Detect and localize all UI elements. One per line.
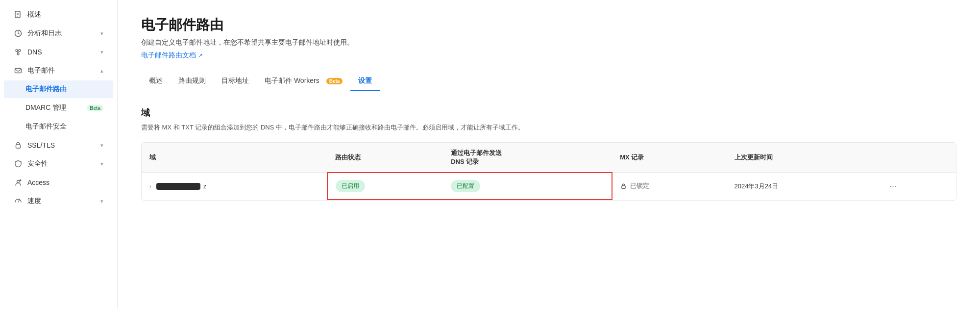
page-description: 创建自定义电子邮件地址，在您不希望共享主要电子邮件地址时使用。 [141,38,956,47]
shield-icon [14,159,23,168]
tab-destinations[interactable]: 目标地址 [214,72,257,91]
chevron-right-icon: › [149,183,151,190]
access-icon [14,178,23,187]
col-dns-records: 通过电子邮件发送DNS 记录 [443,143,612,173]
cell-last-updated: 2024年3月24日 [727,173,878,200]
sidebar-item-analytics[interactable]: 分析和日志 ▾ [4,25,113,42]
sidebar-item-access[interactable]: Access [4,174,113,191]
sidebar-item-dmarc[interactable]: DMARC 管理 Beta [4,99,113,117]
cell-mx-records: 已锁定 [612,173,726,200]
sidebar-item-email[interactable]: 电子邮件 ▴ [4,62,113,79]
chart-icon [14,29,23,38]
domains-table: 域 路由状态 通过电子邮件发送DNS 记录 MX 记录 上次更新时间 [141,142,956,201]
cell-dns-records: 已配置 [443,173,612,200]
doc-link-text: 电子邮件路由文档 [141,51,196,60]
sidebar-item-speed[interactable]: 速度 ▾ [4,192,113,210]
svg-line-15 [18,200,20,202]
page-title: 电子邮件路由 [141,16,956,34]
section-title: 域 [141,107,956,119]
doc-link[interactable]: 电子邮件路由文档 ↗ [141,51,203,60]
external-link-icon: ↗ [198,52,203,59]
more-actions-button[interactable]: ··· [885,180,901,192]
chevron-down-icon: ▾ [100,198,103,205]
svg-rect-16 [622,186,625,189]
col-domain: 域 [142,143,327,173]
svg-point-13 [17,180,20,183]
sidebar-item-label: 速度 [27,197,96,206]
domain-suffix: z [203,182,207,190]
chevron-down-icon: ▾ [100,142,103,149]
tab-settings[interactable]: 设置 [350,72,380,91]
email-icon [14,66,23,75]
sidebar-item-label: 概述 [27,10,103,19]
document-icon [14,10,23,19]
col-actions [878,143,956,173]
sidebar-item-ssl-tls[interactable]: SSL/TLS ▾ [4,136,113,154]
sidebar-item-overview[interactable]: 概述 [4,6,113,24]
lock-sidebar-icon [14,141,23,150]
sidebar-item-email-security[interactable]: 电子邮件安全 [4,118,113,135]
sidebar-item-label: 电子邮件路由 [25,85,103,94]
sidebar-item-label: 电子邮件 [27,66,96,75]
tabs: 概述 路由规则 目标地址 电子邮件 Workers Beta 设置 [141,72,956,91]
chevron-up-icon: ▴ [100,68,103,74]
route-status-badge: 已启用 [336,180,365,192]
sidebar-item-label: SSL/TLS [27,141,96,149]
tab-overview[interactable]: 概述 [141,72,171,91]
tab-routing-rules[interactable]: 路由规则 [171,72,214,91]
sidebar-item-label: DNS [27,48,96,56]
beta-badge: Beta [87,105,103,111]
tab-email-workers[interactable]: 电子邮件 Workers Beta [257,72,350,91]
sidebar-item-label: Access [27,179,103,186]
sidebar-item-label: 电子邮件安全 [25,122,103,131]
col-last-updated: 上次更新时间 [727,143,878,173]
svg-rect-11 [15,69,22,73]
table-row: › z 已启用 已配置 [142,173,956,200]
col-mx-records: MX 记录 [612,143,726,173]
svg-point-7 [17,53,19,55]
main-content: 电子邮件路由 创建自定义电子邮件地址，在您不希望共享主要电子邮件地址时使用。 电… [118,0,980,309]
dns-icon [14,48,23,56]
mx-records-status: 已锁定 [630,181,649,190]
speed-icon [14,197,23,206]
svg-line-10 [19,52,20,53]
section-description: 需要将 MX 和 TXT 记录的组合添加到您的 DNS 中，电子邮件路由才能够正… [141,123,956,132]
svg-line-9 [17,52,18,53]
redacted-domain [156,183,200,190]
sidebar-item-dns[interactable]: DNS ▾ [4,43,113,61]
sidebar-item-security[interactable]: 安全性 ▾ [4,155,113,173]
svg-rect-12 [16,145,21,148]
col-route-status: 路由状态 [327,143,443,173]
sidebar-item-email-routing[interactable]: 电子邮件路由 [4,80,113,98]
sidebar: 概述 分析和日志 ▾ DNS ▾ [0,0,118,309]
sidebar-item-label: 安全性 [27,159,96,168]
cell-more-actions[interactable]: ··· [878,173,956,200]
sidebar-item-label: DMARC 管理 [25,103,79,112]
cell-domain: › z [142,173,327,200]
chevron-down-icon: ▾ [100,161,103,167]
email-workers-beta-badge: Beta [326,78,343,84]
chevron-down-icon: ▾ [100,49,103,55]
cell-route-status: 已启用 [327,173,443,200]
chevron-down-icon: ▾ [100,30,103,37]
sidebar-item-label: 分析和日志 [27,29,96,38]
dns-records-badge: 已配置 [451,180,480,192]
